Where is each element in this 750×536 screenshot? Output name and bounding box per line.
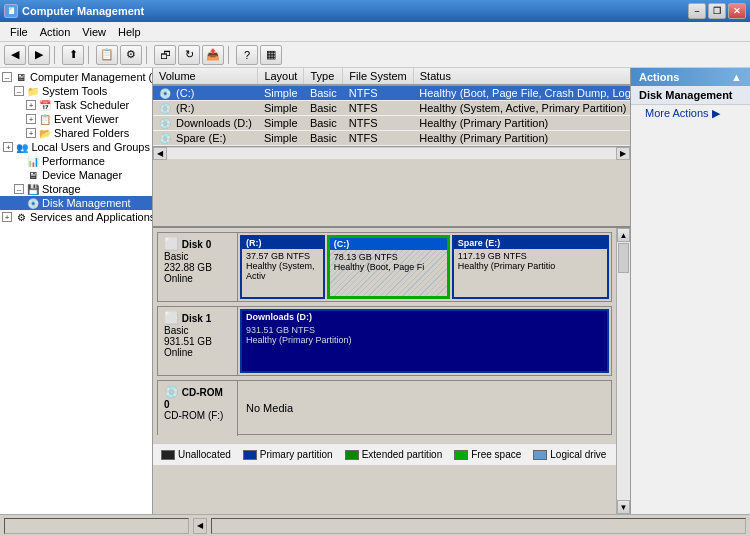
actions-expand-icon[interactable]: ▲ xyxy=(731,71,742,83)
system-tools-label: System Tools xyxy=(42,85,107,97)
tree-panel: – 🖥 Computer Management (Local) – 📁 Syst… xyxy=(0,68,153,514)
col-layout[interactable]: Layout xyxy=(258,68,304,85)
tree-root-label: Computer Management (Local) xyxy=(30,71,153,83)
status-section-left xyxy=(4,518,189,534)
event-viewer-toggle[interactable]: + xyxy=(26,114,36,124)
disk-management-label: Disk Management xyxy=(42,197,131,209)
table-row[interactable]: 💿 (C:) Simple Basic NTFS Healthy (Boot, … xyxy=(153,85,630,101)
scroll-thumb[interactable] xyxy=(618,243,629,273)
scroll-up-btn[interactable]: ▲ xyxy=(617,228,630,242)
tree-services-apps[interactable]: + ⚙ Services and Applications xyxy=(0,210,152,224)
tree-storage[interactable]: – 💾 Storage xyxy=(0,182,152,196)
menu-action[interactable]: Action xyxy=(34,25,77,39)
system-tools-toggle[interactable]: – xyxy=(14,86,24,96)
toolbar-help[interactable]: ? xyxy=(236,45,258,65)
services-toggle[interactable]: + xyxy=(2,212,12,222)
toolbar-back[interactable]: ◀ xyxy=(4,45,26,65)
cell-volume: 💿 Spare (E:) xyxy=(153,131,258,146)
partition-spare[interactable]: Spare (E:) 117.19 GB NTFS Healthy (Prima… xyxy=(452,235,609,299)
table-row[interactable]: 💿 (R:) Simple Basic NTFS Healthy (System… xyxy=(153,101,630,116)
tree-task-scheduler[interactable]: + 📅 Task Scheduler xyxy=(0,98,152,112)
cell-layout: Simple xyxy=(258,85,304,101)
legend-free: Free space xyxy=(454,449,521,460)
shared-icon: 📂 xyxy=(38,127,52,139)
col-fs[interactable]: File System xyxy=(343,68,413,85)
partition-downloads[interactable]: Downloads (D:) 931.51 GB NTFS Healthy (P… xyxy=(240,309,609,373)
scroll-left-btn[interactable]: ◀ xyxy=(153,147,167,160)
tree-root[interactable]: – 🖥 Computer Management (Local) xyxy=(0,70,152,84)
toolbar-sep2 xyxy=(88,46,92,64)
disk1-partitions: Downloads (D:) 931.51 GB NTFS Healthy (P… xyxy=(238,307,611,375)
toolbar-filter[interactable]: ▦ xyxy=(260,45,282,65)
users-icon: 👥 xyxy=(15,141,29,153)
task-scheduler-label: Task Scheduler xyxy=(54,99,129,111)
tree-disk-management[interactable]: 💿 Disk Management xyxy=(0,196,152,210)
task-scheduler-toggle[interactable]: + xyxy=(26,100,36,110)
cdrom0-row: 💿 CD-ROM 0 CD-ROM (F:) No Media xyxy=(157,380,612,435)
cdrom-label: 💿 CD-ROM 0 CD-ROM (F:) xyxy=(158,381,238,436)
col-volume[interactable]: Volume xyxy=(153,68,258,85)
disk-mgmt-icon: 💿 xyxy=(26,197,40,209)
table-row[interactable]: 💿 Spare (E:) Simple Basic NTFS Healthy (… xyxy=(153,131,630,146)
menu-file[interactable]: File xyxy=(4,25,34,39)
menu-bar: File Action View Help xyxy=(0,22,750,42)
toolbar-properties[interactable]: ⚙ xyxy=(120,45,142,65)
menu-view[interactable]: View xyxy=(76,25,112,39)
minimize-button[interactable]: – xyxy=(688,3,706,19)
disk0-label: ⬜ Disk 0 Basic 232.88 GB Online xyxy=(158,233,238,301)
scroll-track[interactable] xyxy=(617,242,630,500)
cell-type: Basic xyxy=(304,85,343,101)
tree-performance[interactable]: 📊 Performance xyxy=(0,154,152,168)
disk0-row: ⬜ Disk 0 Basic 232.88 GB Online (R:) 37 xyxy=(157,232,612,302)
restore-button[interactable]: ❐ xyxy=(708,3,726,19)
scroll-right-btn[interactable]: ▶ xyxy=(616,147,630,160)
toolbar: ◀ ▶ ⬆ 📋 ⚙ 🗗 ↻ 📤 ? ▦ xyxy=(0,42,750,68)
status-scroll-btn[interactable]: ◀ xyxy=(193,518,207,534)
cell-volume: 💿 Downloads (D:) xyxy=(153,116,258,131)
col-status[interactable]: Status xyxy=(413,68,630,85)
device-icon: 🖥 xyxy=(26,169,40,181)
storage-toggle[interactable]: – xyxy=(14,184,24,194)
partition-r[interactable]: (R:) 37.57 GB NTFS Healthy (System, Acti… xyxy=(240,235,325,299)
toolbar-up[interactable]: ⬆ xyxy=(62,45,84,65)
toolbar-show-hide[interactable]: 📋 xyxy=(96,45,118,65)
legend-extended-box xyxy=(345,450,359,460)
tree-device-manager[interactable]: 🖥 Device Manager xyxy=(0,168,152,182)
hdd-icon: ⬜ xyxy=(164,237,179,251)
cell-volume: 💿 (R:) xyxy=(153,101,258,116)
close-button[interactable]: ✕ xyxy=(728,3,746,19)
scroll-down-btn[interactable]: ▼ xyxy=(617,500,630,514)
cd-content: No Media xyxy=(238,381,611,434)
app-icon: 🖥 xyxy=(4,4,18,18)
disk-visual-area: ⬜ Disk 0 Basic 232.88 GB Online (R:) 37 xyxy=(153,228,630,514)
services-apps-label: Services and Applications xyxy=(30,211,153,223)
event-viewer-label: Event Viewer xyxy=(54,113,119,125)
hdd1-icon: ⬜ xyxy=(164,311,179,325)
volume-list: Volume Layout Type File System Status Ca… xyxy=(153,68,630,228)
storage-icon: 💾 xyxy=(26,183,40,195)
main-area: – 🖥 Computer Management (Local) – 📁 Syst… xyxy=(0,68,750,514)
more-actions-item[interactable]: More Actions ▶ xyxy=(631,105,750,122)
local-users-toggle[interactable]: + xyxy=(3,142,13,152)
table-row[interactable]: 💿 Downloads (D:) Simple Basic NTFS Healt… xyxy=(153,116,630,131)
window-title: Computer Management xyxy=(22,5,144,17)
toolbar-refresh[interactable]: ↻ xyxy=(178,45,200,65)
tree-event-viewer[interactable]: + 📋 Event Viewer xyxy=(0,112,152,126)
task-icon: 📅 xyxy=(38,99,52,111)
partition-c[interactable]: (C:) 78.13 GB NTFS Healthy (Boot, Page F… xyxy=(327,235,450,299)
legend-primary-box xyxy=(243,450,257,460)
toolbar-export[interactable]: 📤 xyxy=(202,45,224,65)
shared-folders-toggle[interactable]: + xyxy=(26,128,36,138)
legend-extended: Extended partition xyxy=(345,449,443,460)
tree-system-tools[interactable]: – 📁 System Tools xyxy=(0,84,152,98)
toolbar-forward[interactable]: ▶ xyxy=(28,45,50,65)
menu-help[interactable]: Help xyxy=(112,25,147,39)
more-actions-arrow: ▶ xyxy=(712,107,720,119)
legend-free-box xyxy=(454,450,468,460)
tree-shared-folders[interactable]: + 📂 Shared Folders xyxy=(0,126,152,140)
computer-icon: 🖥 xyxy=(14,71,28,83)
tree-local-users[interactable]: + 👥 Local Users and Groups xyxy=(0,140,152,154)
toolbar-new-window[interactable]: 🗗 xyxy=(154,45,176,65)
col-type[interactable]: Type xyxy=(304,68,343,85)
tree-root-toggle[interactable]: – xyxy=(2,72,12,82)
